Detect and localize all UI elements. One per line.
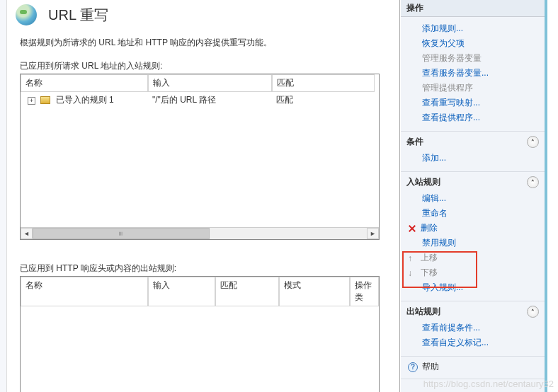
main-content: URL 重写 根据规则为所请求的 URL 地址和 HTTP 响应的内容提供重写功… [0, 0, 400, 392]
chevron-up-icon[interactable]: ˄ [527, 136, 539, 148]
scroll-right-icon[interactable]: ► [367, 228, 379, 239]
table-row[interactable]: + 已导入的规则 1 "/"后的 URL 路径 匹配 [21, 93, 379, 107]
help-link[interactable]: ? 帮助 [401, 359, 545, 374]
manage-vars-label: 管理服务器变量 [401, 51, 545, 66]
view-providers-link[interactable]: 查看提供程序... [401, 110, 545, 125]
chevron-up-icon[interactable]: ˄ [527, 306, 539, 318]
add-condition-link[interactable]: 添加... [401, 151, 545, 166]
outbound-label: 已应用到 HTTP 响应头或内容的出站规则: [20, 263, 380, 275]
page-title: URL 重写 [48, 6, 108, 25]
col-match[interactable]: 匹配 [272, 74, 375, 92]
rule-name: 已导入的规则 1 [56, 95, 114, 105]
col-input[interactable]: 输入 [148, 74, 272, 92]
col-action-out[interactable]: 操作类 [350, 277, 379, 306]
help-icon: ? [408, 362, 418, 372]
preconditions-link[interactable]: 查看前提条件... [401, 321, 545, 335]
delete-icon [408, 224, 416, 233]
col-name[interactable]: 名称 [21, 74, 148, 92]
h-scrollbar[interactable]: ◄ ► [21, 227, 379, 239]
scroll-thumb[interactable] [33, 228, 210, 239]
delete-link[interactable]: 删除 [401, 221, 545, 236]
delete-label: 删除 [421, 222, 438, 234]
panel-title: 操作 [401, 0, 545, 17]
folder-icon [40, 96, 50, 104]
scroll-left-icon[interactable]: ◄ [21, 228, 33, 239]
rename-link[interactable]: 重命名 [401, 206, 545, 221]
col-match-out[interactable]: 匹配 [215, 277, 279, 306]
manage-providers-label: 管理提供程序 [401, 81, 545, 96]
view-rewrite-maps-link[interactable]: 查看重写映射... [401, 96, 545, 110]
edit-link[interactable]: 编辑... [401, 191, 545, 206]
custom-tags-link[interactable]: 查看自定义标记... [401, 335, 545, 350]
disable-link[interactable]: 禁用规则 [401, 236, 545, 250]
url-rewrite-icon [16, 4, 37, 25]
col-mode-out[interactable]: 模式 [279, 277, 350, 306]
rule-input: "/"后的 URL 路径 [148, 94, 272, 106]
col-name-out[interactable]: 名称 [21, 277, 148, 306]
rule-match: 匹配 [272, 94, 375, 106]
inbound-rules-title: 入站规则 [406, 176, 440, 188]
col-input-out[interactable]: 输入 [148, 277, 215, 306]
outbound-rules-title: 出站规则 [406, 306, 440, 318]
inbound-label: 已应用到所请求 URL 地址的入站规则: [20, 60, 380, 72]
restore-parent-link[interactable]: 恢复为父项 [401, 36, 545, 51]
outbound-table: 名称 输入 匹配 模式 操作类 [20, 276, 380, 392]
chevron-up-icon[interactable]: ˄ [527, 176, 539, 188]
add-rule-link[interactable]: 添加规则... [401, 21, 545, 36]
inbound-table: 名称 输入 匹配 + 已导入的规则 1 "/"后的 URL 路径 匹配 ◄ [20, 74, 380, 240]
help-label: 帮助 [422, 361, 439, 373]
view-vars-link[interactable]: 查看服务器变量... [401, 66, 545, 81]
page-description: 根据规则为所请求的 URL 地址和 HTTP 响应的内容提供重写功能。 [0, 27, 399, 54]
actions-panel: 操作 添加规则... 恢复为父项 管理服务器变量 查看服务器变量... 管理提供… [401, 0, 547, 392]
highlight-annotation [402, 251, 477, 288]
expand-icon[interactable]: + [28, 97, 35, 105]
conditions-title: 条件 [406, 136, 423, 148]
